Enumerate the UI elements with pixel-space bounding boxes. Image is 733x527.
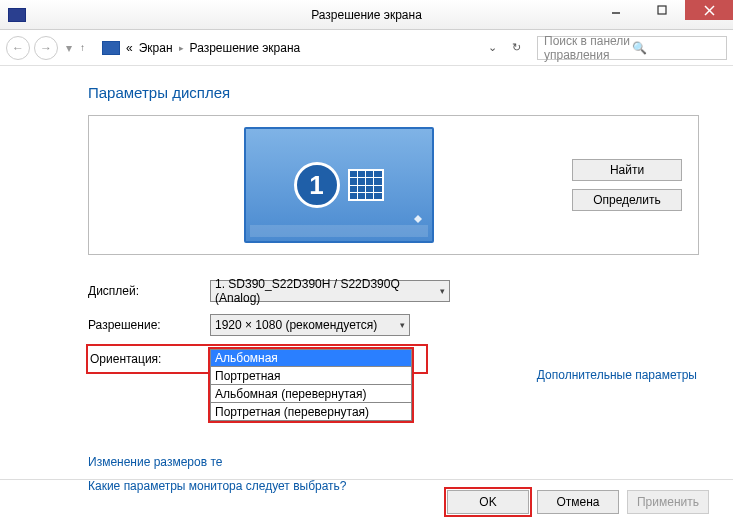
monitor-icon <box>102 41 120 55</box>
orientation-option[interactable]: Альбомная <box>210 349 412 367</box>
close-button[interactable] <box>685 0 733 20</box>
orientation-option[interactable]: Портретная (перевернутая) <box>210 403 412 421</box>
keypad-icon <box>348 169 384 201</box>
breadcrumb-resolution[interactable]: Разрешение экрана <box>190 41 301 55</box>
monitor-preview[interactable]: 1 <box>244 127 434 243</box>
display-label: Дисплей: <box>88 284 210 298</box>
resolution-value: 1920 × 1080 (рекомендуется) <box>215 318 377 332</box>
advanced-settings-link[interactable]: Дополнительные параметры <box>537 368 697 382</box>
cancel-button[interactable]: Отмена <box>537 490 619 514</box>
resolution-row: Разрешение: 1920 × 1080 (рекомендуется) … <box>88 311 699 339</box>
breadcrumb-screen[interactable]: Экран <box>139 41 173 55</box>
up-button[interactable]: ↑ <box>80 42 94 53</box>
window-title: Разрешение экрана <box>311 8 422 22</box>
resize-text-link[interactable]: Изменение размеров те <box>88 455 699 469</box>
search-placeholder: Поиск в панели управления <box>544 34 632 62</box>
chevron-down-icon: ▾ <box>400 320 405 330</box>
search-input[interactable]: Поиск в панели управления 🔍 <box>537 36 727 60</box>
maximize-button[interactable] <box>639 0 685 20</box>
forward-button[interactable]: → <box>34 36 58 60</box>
page-title: Параметры дисплея <box>88 84 699 101</box>
chevron-down-icon: ▾ <box>440 286 445 296</box>
orientation-option[interactable]: Портретная <box>210 367 412 385</box>
history-dropdown[interactable]: ▾ <box>62 36 76 60</box>
chevron-right-icon: ▸ <box>179 43 184 53</box>
orientation-option[interactable]: Альбомная (перевернутая) <box>210 385 412 403</box>
display-combobox[interactable]: 1. SD390_S22D390H / S22D390Q (Analog) ▾ <box>210 280 450 302</box>
content-area: Параметры дисплея 1 Найти Определить Дис… <box>0 66 733 515</box>
dialog-footer: OK Отмена Применить <box>0 479 733 523</box>
display-row: Дисплей: 1. SD390_S22D390H / S22D390Q (A… <box>88 277 699 305</box>
back-button[interactable]: ← <box>6 36 30 60</box>
display-value: 1. SD390_S22D390H / S22D390Q (Analog) <box>215 277 440 305</box>
breadcrumb-dropdown[interactable]: ⌄ <box>488 41 497 54</box>
ok-button[interactable]: OK <box>447 490 529 514</box>
resolution-combobox[interactable]: 1920 × 1080 (рекомендуется) ▾ <box>210 314 410 336</box>
find-button[interactable]: Найти <box>572 159 682 181</box>
apply-button[interactable]: Применить <box>627 490 709 514</box>
resolution-label: Разрешение: <box>88 318 210 332</box>
app-icon <box>8 8 26 22</box>
refresh-button[interactable]: ↻ <box>505 37 527 59</box>
svg-rect-1 <box>658 6 666 14</box>
detect-button[interactable]: Определить <box>572 189 682 211</box>
title-bar: Разрешение экрана <box>0 0 733 30</box>
monitor-panel: 1 Найти Определить <box>88 115 699 255</box>
minimize-button[interactable] <box>593 0 639 20</box>
breadcrumb[interactable]: « Экран ▸ Разрешение экрана <box>102 41 484 55</box>
window-controls <box>593 0 733 29</box>
search-icon: 🔍 <box>632 41 720 55</box>
nav-bar: ← → ▾ ↑ « Экран ▸ Разрешение экрана ⌄ ↻ … <box>0 30 733 66</box>
resize-handle-icon <box>410 215 426 223</box>
monitor-number-badge: 1 <box>294 162 340 208</box>
orientation-dropdown-list: Альбомная Портретная Альбомная (переверн… <box>208 347 414 423</box>
orientation-label: Ориентация: <box>90 352 208 366</box>
breadcrumb-root: « <box>126 41 133 55</box>
